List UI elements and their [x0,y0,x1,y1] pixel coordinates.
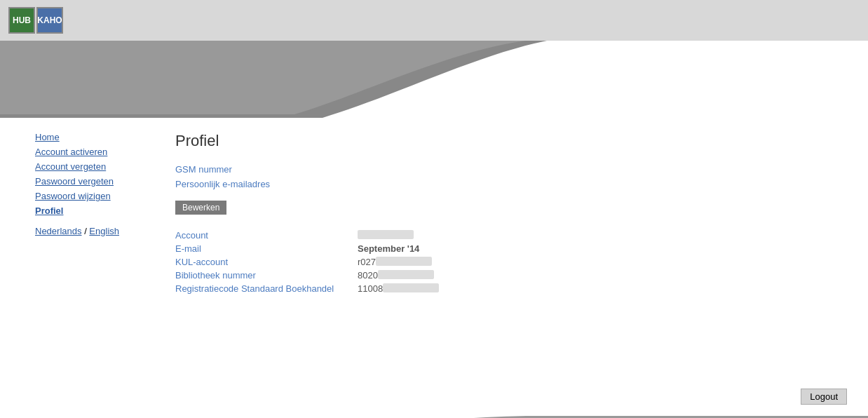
nav-paswoord-wijzigen[interactable]: Paswoord wijzigen [35,191,140,201]
registratie-value: 11008 [358,282,439,295]
registratie-label: Registratiecode Standaard Boekhandel [175,282,358,295]
nav-account-activeren[interactable]: Account activeren [35,147,140,157]
nav-account-vergeten[interactable]: Account vergeten [35,161,140,172]
logout-button[interactable]: Logout [801,389,847,405]
bibliotheek-row: Bibliotheek nummer 8020 [175,269,439,282]
account-table: Account E-mail September '14 KUL-account… [175,229,439,295]
account-row: Account [175,229,439,242]
header: HUB KAHO [0,0,868,41]
account-value [358,229,439,242]
page-title: Profiel [175,132,847,150]
bibliotheek-value: 8020 [358,269,439,282]
email-value: September '14 [358,242,439,255]
banner [0,41,868,118]
logout-area: Logout [0,377,868,416]
content-area: Profiel GSM nummer Persoonlijk e-mailadr… [154,118,868,377]
kul-value: r027 [358,255,439,269]
nav-home[interactable]: Home [35,132,140,142]
kul-row: KUL-account r027 [175,255,439,269]
nav-profiel[interactable]: Profiel [35,205,140,216]
email-row: E-mail September '14 [175,242,439,255]
lang-nl[interactable]: Nederlands [35,226,82,236]
sidebar: Home Account activeren Account vergeten … [0,118,154,377]
email-field-label: Persoonlijk e-mailadres [175,179,847,189]
kaho-logo: KAHO [36,7,63,34]
hub-logo: HUB [8,7,35,34]
bibliotheek-label: Bibliotheek nummer [175,269,358,282]
account-label: Account [175,229,358,242]
nav-paswoord-vergeten[interactable]: Paswoord vergeten [35,176,140,187]
kul-label: KUL-account [175,255,358,269]
main-layout: Home Account activeren Account vergeten … [0,118,868,377]
edit-button[interactable]: Bewerken [175,201,226,215]
language-switcher: Nederlands / English [35,226,140,236]
email-label: E-mail [175,242,358,255]
lang-en[interactable]: English [89,226,119,236]
gsm-field-label: GSM nummer [175,164,847,175]
registratie-row: Registratiecode Standaard Boekhandel 110… [175,282,439,295]
